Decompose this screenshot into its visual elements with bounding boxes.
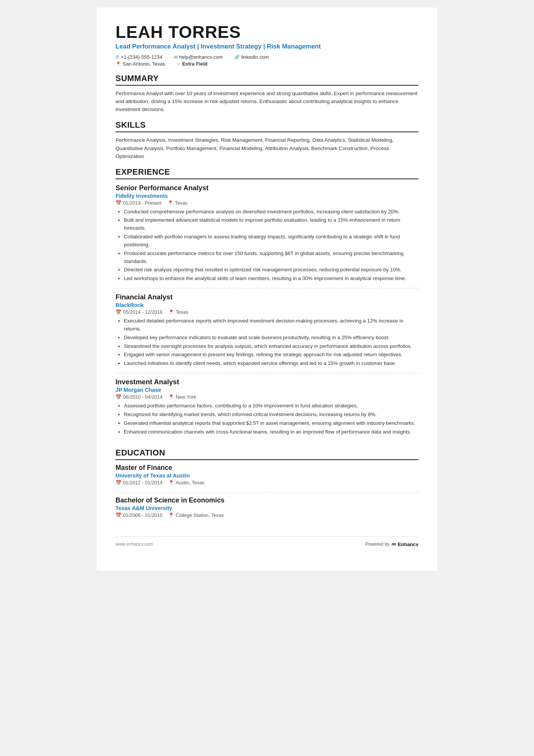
email-contact: ✉ help@enhancv.com bbox=[174, 54, 223, 60]
header: LEAH TORRES Lead Performance Analyst | I… bbox=[116, 23, 418, 67]
edu-date: 📅 01/2006 - 01/2010 bbox=[116, 512, 162, 518]
resume-page: LEAH TORRES Lead Performance Analyst | I… bbox=[97, 8, 437, 571]
star-icon: ☆ bbox=[176, 61, 181, 67]
education-section: EDUCATION Master of FinanceUniversity of… bbox=[116, 448, 418, 525]
job-meta: 📅 06/2010 - 04/2014📍 New York bbox=[116, 394, 418, 400]
extra-field-value: Extra Field bbox=[182, 61, 208, 67]
calendar-icon: 📅 bbox=[116, 512, 122, 518]
skills-title: SKILLS bbox=[116, 120, 418, 132]
job-title: Senior Performance Analyst bbox=[116, 184, 418, 192]
company-name: JP Morgan Chase bbox=[116, 387, 418, 393]
linkedin-value: linkedin.com bbox=[241, 54, 269, 60]
edu-meta: 📅 01/2006 - 01/2010📍 College Station, Te… bbox=[116, 512, 418, 518]
bullet-item: Recognized for identifying market trends… bbox=[124, 411, 418, 419]
experience-title: EXPERIENCE bbox=[116, 167, 418, 179]
pin-icon: 📍 bbox=[168, 394, 174, 400]
job-meta: 📅 01/2019 - Present📍 Texas bbox=[116, 200, 418, 206]
edu-degree: Master of Finance bbox=[116, 464, 418, 472]
pin-icon: 📍 bbox=[168, 480, 174, 485]
edu-block: Bachelor of Science in EconomicsTexas A&… bbox=[116, 496, 418, 525]
location-contact: 📍 San Antonio, Texas bbox=[116, 61, 165, 67]
phone-contact: ✆ +1-(234)-555-1234 bbox=[116, 54, 162, 60]
extra-field-contact: ☆ Extra Field bbox=[176, 61, 208, 67]
calendar-icon: 📅 bbox=[116, 200, 122, 206]
job-block: Financial AnalystBlackRock📅 05/2014 - 12… bbox=[116, 293, 418, 373]
job-bullets: Assessed portfolio performance factors, … bbox=[116, 402, 418, 436]
email-value: help@enhancv.com bbox=[179, 54, 223, 60]
job-location: 📍 Texas bbox=[167, 200, 187, 206]
skills-section: SKILLS Performance Analysis, Investment … bbox=[116, 120, 418, 160]
location-icon: 📍 bbox=[116, 61, 121, 67]
edu-school: University of Texas at Austin bbox=[116, 473, 418, 479]
email-icon: ✉ bbox=[174, 55, 178, 60]
job-location: 📍 New York bbox=[168, 394, 196, 400]
bullet-item: Collaborated with portfolio managers to … bbox=[124, 233, 418, 249]
candidate-name: LEAH TORRES bbox=[116, 23, 418, 41]
calendar-icon: 📅 bbox=[116, 309, 122, 315]
edu-date: 📅 01/2012 - 01/2014 bbox=[116, 480, 162, 485]
edu-degree: Bachelor of Science in Economics bbox=[116, 496, 418, 504]
linkedin-contact: 🔗 linkedin.com bbox=[234, 54, 269, 60]
pin-icon: 📍 bbox=[168, 309, 174, 315]
bullet-item: Built and implemented advanced statistic… bbox=[124, 216, 418, 232]
job-title: Investment Analyst bbox=[116, 378, 418, 386]
candidate-title: Lead Performance Analyst | Investment St… bbox=[116, 43, 418, 50]
education-list: Master of FinanceUniversity of Texas at … bbox=[116, 464, 418, 525]
bullet-item: Streamlined the oversight processes for … bbox=[124, 343, 418, 351]
edu-school: Texas A&M University bbox=[116, 505, 418, 511]
jobs-list: Senior Performance AnalystFidelity Inves… bbox=[116, 184, 418, 441]
bullet-item: Directed risk analysis reporting that re… bbox=[124, 266, 418, 274]
company-name: BlackRock bbox=[116, 302, 418, 308]
summary-title: SUMMARY bbox=[116, 74, 418, 86]
job-meta: 📅 05/2014 - 12/2018📍 Texas bbox=[116, 309, 418, 315]
summary-section: SUMMARY Performance Analyst with over 10… bbox=[116, 74, 418, 113]
bullet-item: Launched initiatives to identify client … bbox=[124, 360, 418, 368]
edu-meta: 📅 01/2012 - 01/2014📍 Austin, Texas bbox=[116, 480, 418, 485]
edu-location: 📍 Austin, Texas bbox=[168, 480, 205, 485]
page-footer: www.enhancv.com Powered by ∞ Enhancv bbox=[116, 536, 418, 548]
experience-section: EXPERIENCE Senior Performance AnalystFid… bbox=[116, 167, 418, 441]
phone-value: +1-(234)-555-1234 bbox=[121, 54, 162, 60]
job-title: Financial Analyst bbox=[116, 293, 418, 301]
job-date: 📅 01/2019 - Present bbox=[116, 200, 162, 206]
brand-name: Enhancv bbox=[398, 542, 418, 547]
job-bullets: Executed detailed performance reports wh… bbox=[116, 317, 418, 368]
powered-by-label: Powered by bbox=[365, 542, 389, 547]
pin-icon: 📍 bbox=[167, 200, 173, 206]
job-block: Senior Performance AnalystFidelity Inves… bbox=[116, 184, 418, 288]
job-date: 📅 06/2010 - 04/2014 bbox=[116, 394, 162, 400]
job-block: Investment AnalystJP Morgan Chase📅 06/20… bbox=[116, 378, 418, 441]
summary-text: Performance Analyst with over 10 years o… bbox=[116, 89, 418, 113]
bullet-item: Produced accurate performance metrics fo… bbox=[124, 250, 418, 266]
job-date: 📅 05/2014 - 12/2018 bbox=[116, 309, 162, 315]
bullet-item: Enhanced communication channels with cro… bbox=[124, 428, 418, 436]
footer-brand: Powered by ∞ Enhancv bbox=[365, 540, 418, 548]
location-value: San Antonio, Texas bbox=[123, 61, 165, 67]
skills-text: Performance Analysis, Investment Strateg… bbox=[116, 136, 418, 160]
bullet-item: Conducted comprehensive performance anal… bbox=[124, 208, 418, 216]
edu-location: 📍 College Station, Texas bbox=[168, 512, 224, 518]
brand-logo-icon: ∞ bbox=[392, 540, 395, 548]
calendar-icon: 📅 bbox=[116, 480, 122, 485]
footer-website: www.enhancv.com bbox=[116, 542, 153, 547]
edu-block: Master of FinanceUniversity of Texas at … bbox=[116, 464, 418, 493]
job-location: 📍 Texas bbox=[168, 309, 188, 315]
bullet-item: Engaged with senior management to presen… bbox=[124, 351, 418, 359]
education-title: EDUCATION bbox=[116, 448, 418, 460]
link-icon: 🔗 bbox=[234, 55, 240, 60]
contact-row-2: 📍 San Antonio, Texas ☆ Extra Field bbox=[116, 61, 418, 67]
bullet-item: Generated influential analytical reports… bbox=[124, 419, 418, 427]
job-bullets: Conducted comprehensive performance anal… bbox=[116, 208, 418, 283]
pin-icon: 📍 bbox=[168, 512, 174, 518]
company-name: Fidelity Investments bbox=[116, 193, 418, 199]
calendar-icon: 📅 bbox=[116, 394, 122, 400]
phone-icon: ✆ bbox=[116, 55, 119, 60]
bullet-item: Assessed portfolio performance factors, … bbox=[124, 402, 418, 410]
bullet-item: Led workshops to enhance the analytical … bbox=[124, 275, 418, 283]
bullet-item: Developed key performance indicators to … bbox=[124, 334, 418, 342]
bullet-item: Executed detailed performance reports wh… bbox=[124, 317, 418, 333]
contact-row-1: ✆ +1-(234)-555-1234 ✉ help@enhancv.com 🔗… bbox=[116, 54, 418, 60]
